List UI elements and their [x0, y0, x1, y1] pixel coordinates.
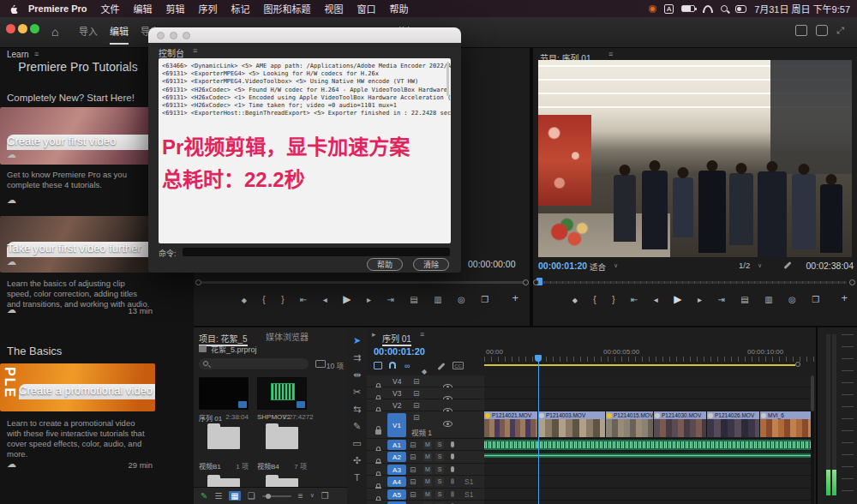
menu-view[interactable]: 视图	[324, 2, 343, 15]
command-input[interactable]	[183, 248, 450, 256]
folder-icon[interactable]	[266, 427, 298, 449]
tab-edit[interactable]: 编辑	[110, 24, 129, 38]
comparison-view-icon[interactable]	[812, 292, 819, 308]
control-center-icon[interactable]	[735, 5, 746, 13]
clear-button[interactable]: 清除	[413, 258, 449, 271]
scrubber-left-knob[interactable]	[533, 279, 539, 285]
track-header-a6[interactable]: A6 M S S1	[367, 501, 484, 504]
solo-button[interactable]: S	[435, 465, 444, 474]
timeline-playhead-line[interactable]	[538, 360, 539, 504]
tab-console[interactable]: 控制台	[159, 46, 184, 59]
tab-sequence[interactable]: 序列 01	[382, 334, 411, 344]
timeline-ruler[interactable]	[484, 357, 814, 362]
solo-button[interactable]: S	[435, 441, 444, 449]
console-panel-menu-icon[interactable]	[193, 46, 197, 55]
timeline-clip[interactable]: P1214026.MOV	[707, 411, 760, 437]
track-lock-icon[interactable]	[375, 429, 381, 435]
project-search-input[interactable]	[199, 358, 309, 369]
solo-button[interactable]: S	[435, 453, 444, 461]
button-editor-icon[interactable]	[841, 291, 848, 307]
writable-pencil-icon[interactable]: ✎	[201, 491, 207, 501]
sync-lock-icon[interactable]	[410, 453, 417, 461]
mute-button[interactable]: M	[423, 477, 432, 486]
solo-button[interactable]: S	[435, 477, 444, 486]
mark-in-icon[interactable]	[593, 292, 596, 308]
battery-icon[interactable]	[681, 5, 695, 12]
sort-icon[interactable]: ≡	[298, 491, 303, 501]
ripple-edit-tool[interactable]: ⇹	[353, 370, 361, 380]
add-marker-icon[interactable]	[572, 292, 578, 309]
zoom-window-button[interactable]	[30, 24, 39, 33]
voiceover-mic-icon[interactable]	[451, 491, 454, 497]
menu-markers[interactable]: 标记	[231, 2, 249, 15]
console-zoom-button[interactable]	[183, 32, 190, 39]
timeline-clip[interactable]: P1214003.MOV	[538, 411, 606, 437]
program-panel-menu-icon[interactable]	[608, 50, 613, 58]
track-header-a3[interactable]: A3 M S	[367, 464, 484, 476]
menu-clip[interactable]: 剪辑	[165, 2, 184, 15]
new-bin-icon[interactable]: ❒	[321, 491, 329, 501]
menubar-clock[interactable]: 7月31日 周日 下午9:57	[754, 2, 850, 15]
timeline-clip[interactable]: MVI_6	[760, 411, 812, 437]
export-frame-icon[interactable]	[458, 292, 465, 308]
timeline-vscrollbar-thumb[interactable]	[811, 375, 814, 411]
timeline-settings-icon[interactable]	[437, 363, 445, 370]
track-target-v1[interactable]: V1	[387, 413, 406, 437]
menu-sequence[interactable]: 序列	[198, 2, 217, 15]
step-forward-icon[interactable]	[367, 292, 371, 308]
voiceover-mic-icon[interactable]	[451, 441, 454, 447]
console-scrollbar-thumb[interactable]	[446, 62, 449, 96]
screen-record-icon[interactable]	[649, 5, 656, 13]
console-titlebar[interactable]	[148, 27, 461, 43]
track-content-v1[interactable]: P1214021.MOV P1214003.MOV P1214015.MOV (…	[484, 411, 814, 439]
go-to-in-icon[interactable]	[300, 292, 307, 308]
input-source-icon[interactable]: A	[664, 4, 674, 14]
track-header-v3[interactable]: V3	[367, 387, 484, 399]
track-content-v4[interactable]	[484, 375, 814, 387]
track-content-v3[interactable]	[484, 387, 814, 399]
track-target-a4[interactable]: A4	[387, 477, 406, 487]
extract-icon[interactable]	[764, 292, 772, 308]
track-target-a1[interactable]: A1	[387, 440, 406, 450]
minimize-window-button[interactable]	[18, 24, 27, 33]
track-label[interactable]: V3	[393, 389, 401, 398]
scrubber-right-knob[interactable]	[849, 279, 855, 285]
sync-lock-icon[interactable]	[413, 377, 420, 386]
zoom-level-select[interactable]: 适合	[590, 261, 606, 273]
mark-out-icon[interactable]	[612, 292, 614, 308]
fullscreen-icon[interactable]: ⤢	[836, 25, 848, 36]
track-header-v1[interactable]: V1 视频 1	[367, 411, 484, 439]
step-back-icon[interactable]	[323, 292, 327, 308]
track-target-a2[interactable]: A2	[387, 452, 406, 462]
timeline-clip[interactable]: P1214030.MOV	[654, 411, 707, 437]
hand-tool[interactable]: ✣	[353, 456, 361, 465]
track-target-a3[interactable]: A3	[387, 465, 406, 475]
apple-menu-icon[interactable]	[9, 4, 18, 14]
tutorial-card-video-further[interactable]: Take your first video further ☁	[0, 216, 155, 273]
mute-button[interactable]: M	[423, 465, 432, 474]
home-icon[interactable]	[51, 24, 58, 39]
console-close-button[interactable]	[157, 32, 165, 39]
list-view-icon[interactable]: ☰	[214, 491, 222, 501]
mark-in-icon[interactable]	[262, 292, 265, 308]
program-video-frame[interactable]	[538, 60, 852, 257]
project-breadcrumb[interactable]: 花絮_5.prproj	[211, 344, 257, 355]
close-window-button[interactable]	[6, 24, 15, 33]
selection-tool[interactable]: ➤	[353, 336, 361, 345]
mark-out-icon[interactable]	[281, 292, 284, 308]
track-label[interactable]: V2	[393, 401, 401, 410]
program-scrubber[interactable]	[538, 281, 847, 284]
menu-help[interactable]: 帮助	[389, 2, 408, 15]
add-marker-icon[interactable]	[242, 292, 247, 309]
scrubber-left-knob[interactable]	[195, 279, 201, 285]
solo-button[interactable]: S	[435, 490, 444, 499]
slip-tool[interactable]: ⇆	[353, 405, 361, 414]
track-header-a5[interactable]: A5 M S S1	[367, 489, 484, 501]
learn-panel-menu-icon[interactable]	[34, 50, 39, 58]
voiceover-mic-icon[interactable]	[451, 466, 454, 472]
playback-resolution-select[interactable]: 1/2	[739, 261, 750, 270]
track-content-a3[interactable]	[484, 464, 814, 476]
nest-toggle-icon[interactable]	[374, 362, 382, 369]
drag-video-icon[interactable]	[481, 292, 488, 308]
track-header-v4[interactable]: V4	[367, 375, 484, 387]
